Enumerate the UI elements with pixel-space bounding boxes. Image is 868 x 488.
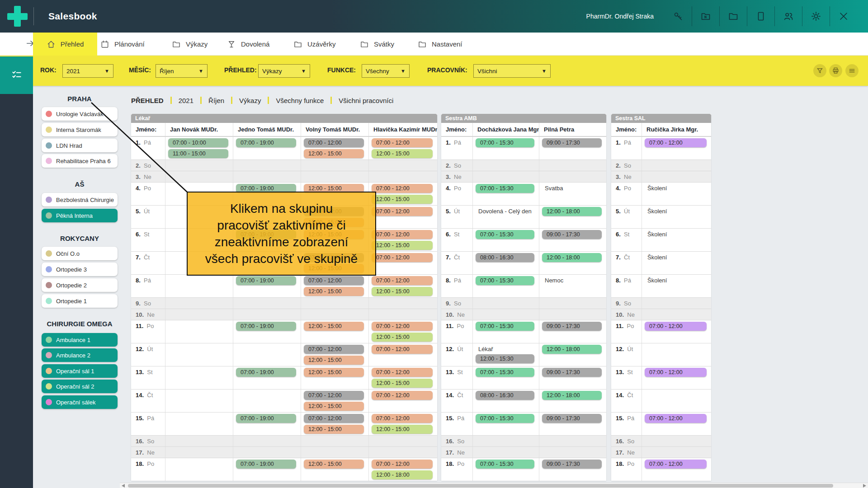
shift-pill[interactable]: 07:00 - 15:30 bbox=[476, 368, 534, 377]
shift-pill[interactable]: 07:00 - 12:00 bbox=[372, 391, 433, 400]
person-column-header[interactable]: Jedno Tomáš MUDr. bbox=[233, 123, 301, 136]
key-icon[interactable] bbox=[672, 10, 684, 22]
shift-pill[interactable]: 12:00 - 15:00 bbox=[304, 322, 364, 331]
shift-pill[interactable]: 12:00 - 15:00 bbox=[372, 287, 433, 296]
shift-pill[interactable]: 09:00 - 17:30 bbox=[542, 322, 602, 331]
sidebar-group-header[interactable]: PRAHA bbox=[42, 95, 118, 103]
shift-pill[interactable]: 07:00 - 15:30 bbox=[476, 276, 534, 285]
shift-pill[interactable]: 07:00 - 19:00 bbox=[236, 276, 296, 285]
shift-pill[interactable]: 09:00 - 17:30 bbox=[542, 460, 602, 469]
filter-select-rok[interactable]: 2021▼ bbox=[62, 64, 113, 78]
shift-pill[interactable]: 12:00 - 15:00 bbox=[372, 149, 433, 158]
shift-pill[interactable]: 07:00 - 12:00 bbox=[645, 368, 707, 377]
sidebar-item-bezbolestna-chirurgie[interactable]: Bezbolestná Chirurgie bbox=[42, 193, 118, 206]
person-column-header[interactable]: Pilná Petra bbox=[539, 123, 606, 136]
shift-pill[interactable]: 12:00 - 15:30 bbox=[476, 354, 534, 363]
shift-note[interactable]: Školení bbox=[647, 277, 711, 284]
shift-pill[interactable]: 07:00 - 19:00 bbox=[236, 414, 296, 423]
shift-pill[interactable]: 11:00 - 15:00 bbox=[168, 149, 228, 158]
shift-pill[interactable]: 09:00 - 17:30 bbox=[542, 414, 602, 423]
shift-pill[interactable]: 07:00 - 12:00 bbox=[304, 345, 364, 354]
filter-select-prehled[interactable]: Výkazy▼ bbox=[258, 64, 310, 78]
tab-nastaveni[interactable]: Nastavení bbox=[418, 33, 466, 56]
shift-pill[interactable]: 07:00 - 10:00 bbox=[168, 138, 228, 147]
shift-note[interactable]: Dovolená - Celý den bbox=[478, 208, 539, 215]
shift-pill[interactable]: 07:00 - 19:00 bbox=[236, 368, 296, 377]
shift-pill[interactable]: 07:00 - 12:00 bbox=[645, 138, 707, 147]
sidebar-item-ortopedie-3[interactable]: Ortopedie 3 bbox=[42, 263, 118, 276]
person-column-header[interactable]: Hlavička Kazimír MUDr. bbox=[369, 123, 437, 136]
shift-pill[interactable]: 07:00 - 12:00 bbox=[645, 460, 707, 469]
filter-select-pracovnik[interactable]: Všichni▼ bbox=[473, 64, 551, 78]
shift-pill[interactable]: 09:00 - 17:30 bbox=[542, 230, 602, 239]
shift-pill[interactable]: 07:00 - 12:00 bbox=[372, 414, 433, 423]
tab-planovani[interactable]: Plánování bbox=[100, 33, 148, 56]
shift-pill[interactable]: 07:00 - 12:00 bbox=[372, 207, 433, 216]
shift-pill[interactable]: 09:00 - 17:30 bbox=[542, 368, 602, 377]
shift-pill[interactable]: 07:00 - 12:00 bbox=[372, 460, 433, 469]
shift-note[interactable]: Lékař bbox=[478, 346, 539, 352]
shift-pill[interactable]: 07:00 - 12:00 bbox=[372, 230, 433, 239]
shift-pill[interactable]: 12:00 - 15:00 bbox=[372, 241, 433, 250]
sidebar-toggle-button[interactable] bbox=[0, 56, 33, 94]
shift-pill[interactable]: 07:00 - 12:00 bbox=[372, 345, 433, 354]
shift-pill[interactable]: 08:00 - 16:30 bbox=[476, 391, 534, 400]
sidebar-item-ldn-hrad[interactable]: LDN Hrad bbox=[42, 139, 118, 152]
shift-note[interactable]: Školení bbox=[647, 231, 711, 238]
shift-note[interactable]: Svatba bbox=[545, 185, 606, 192]
shift-pill[interactable]: 07:00 - 15:30 bbox=[476, 414, 534, 423]
shift-pill[interactable]: 07:00 - 15:30 bbox=[476, 230, 534, 239]
shift-pill[interactable]: 07:00 - 19:00 bbox=[236, 460, 296, 469]
shift-pill[interactable]: 12:00 - 15:00 bbox=[372, 379, 433, 388]
shift-pill[interactable]: 07:00 - 12:00 bbox=[372, 276, 433, 285]
shift-pill[interactable]: 07:00 - 12:00 bbox=[372, 322, 433, 331]
users-icon[interactable] bbox=[783, 10, 794, 22]
shift-pill[interactable]: 07:00 - 12:00 bbox=[372, 138, 433, 147]
shift-pill[interactable]: 07:00 - 12:00 bbox=[372, 184, 433, 193]
shift-pill[interactable]: 07:00 - 15:30 bbox=[476, 322, 534, 331]
settings-icon[interactable] bbox=[810, 10, 822, 22]
shift-pill[interactable]: 12:00 - 15:00 bbox=[304, 356, 364, 365]
shift-pill[interactable]: 12:00 - 18:00 bbox=[372, 470, 433, 479]
sidebar-item-operacni-sal-1[interactable]: Operační sál 1 bbox=[42, 364, 118, 378]
sidebar-item-ambulance-1[interactable]: Ambulance 1 bbox=[42, 333, 118, 347]
tab-dovolena[interactable]: Dovolená bbox=[227, 33, 273, 56]
tab-prehled[interactable]: Přehled bbox=[33, 33, 97, 56]
shift-pill[interactable]: 12:00 - 15:00 bbox=[304, 425, 364, 434]
menu-icon[interactable] bbox=[845, 64, 859, 77]
scroll-right-arrow-icon[interactable] bbox=[863, 484, 866, 488]
person-column-header[interactable]: Docházková Jana Mgr. bbox=[473, 123, 539, 136]
sidebar-item-ortopedie-1[interactable]: Ortopedie 1 bbox=[42, 294, 118, 308]
shift-pill[interactable]: 07:00 - 15:30 bbox=[476, 460, 534, 469]
horizontal-scrollbar[interactable] bbox=[120, 483, 868, 488]
shift-pill[interactable]: 07:00 - 12:00 bbox=[372, 368, 433, 377]
shift-pill[interactable]: 07:00 - 12:00 bbox=[645, 322, 707, 331]
shift-pill[interactable]: 12:00 - 18:00 bbox=[542, 391, 602, 400]
close-icon[interactable] bbox=[838, 10, 849, 22]
sidebar-item-operacni-sal-2[interactable]: Operační sál 2 bbox=[42, 380, 118, 393]
shift-pill[interactable]: 08:00 - 16:30 bbox=[476, 253, 534, 262]
scroll-left-arrow-icon[interactable] bbox=[122, 484, 125, 488]
sidebar-item-urologie-vaclavak[interactable]: Urologie Václavák bbox=[42, 107, 118, 121]
shift-pill[interactable]: 12:00 - 15:00 bbox=[304, 368, 364, 377]
sidebar-group-header[interactable]: AŠ bbox=[42, 180, 118, 188]
sidebar-item-ocni-o-o[interactable]: Oční O.o bbox=[42, 247, 118, 260]
person-column-header[interactable]: Volný Tomáš MUDr. bbox=[301, 123, 369, 136]
sidebar-item-rehabilitace-praha-6[interactable]: Rehabilitace Praha 6 bbox=[42, 154, 118, 168]
shift-note[interactable]: Školení bbox=[647, 254, 711, 261]
print-icon[interactable] bbox=[829, 64, 842, 77]
shift-pill[interactable]: 07:00 - 12:00 bbox=[304, 138, 364, 147]
shift-pill[interactable]: 07:00 - 12:00 bbox=[304, 391, 364, 400]
shift-pill[interactable]: 07:00 - 15:30 bbox=[476, 184, 534, 193]
tab-svatky[interactable]: Svátky bbox=[360, 33, 398, 56]
shift-pill[interactable]: 12:00 - 15:00 bbox=[304, 460, 364, 469]
scrollbar-thumb[interactable] bbox=[128, 484, 833, 488]
reports-folder-icon[interactable] bbox=[700, 10, 712, 22]
shift-pill[interactable]: 12:00 - 15:00 bbox=[304, 149, 364, 158]
shift-pill[interactable]: 12:00 - 18:00 bbox=[542, 345, 602, 354]
shift-note[interactable]: Školení bbox=[647, 208, 711, 215]
person-column-header[interactable]: Ručička Jirka Mgr. bbox=[642, 123, 711, 136]
folder-icon[interactable] bbox=[727, 10, 739, 22]
shift-pill[interactable]: 12:00 - 18:00 bbox=[542, 207, 602, 216]
shift-pill[interactable]: 12:00 - 15:00 bbox=[372, 425, 433, 434]
